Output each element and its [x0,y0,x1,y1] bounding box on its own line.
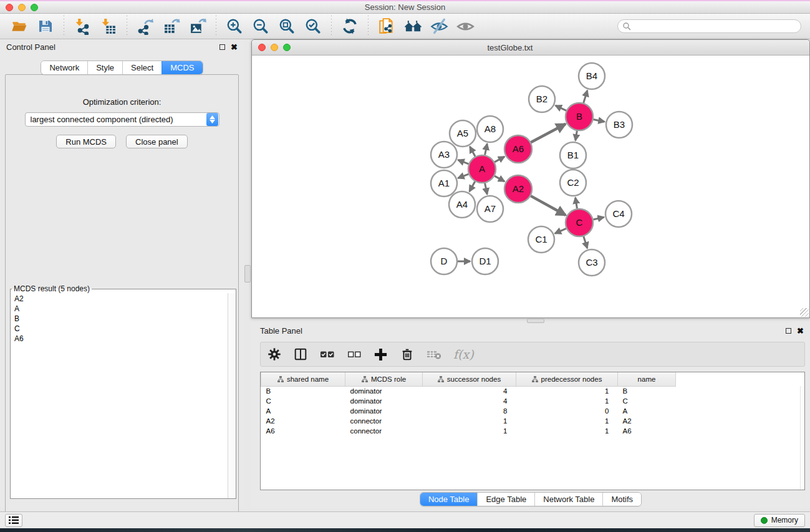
graph-node-B3[interactable]: B3 [606,112,632,138]
table-cell[interactable]: A2 [618,416,676,426]
table-cell[interactable]: 1 [516,426,618,436]
zoom-fit-button[interactable] [276,16,297,37]
graph-edge-A2-C[interactable] [531,196,566,215]
graph-edge-A-A7[interactable] [485,183,488,195]
memory-button[interactable]: Memory [754,514,805,527]
import-table-button[interactable] [98,16,119,37]
export-table-button[interactable] [161,16,182,37]
horizontal-splitter-handle[interactable] [527,319,544,323]
table-cell[interactable]: 1 [516,386,618,396]
table-cell[interactable]: A [261,406,345,416]
tab-style[interactable]: Style [87,61,122,74]
zoom-selected-button[interactable] [302,16,324,37]
graph-edge-A-A2[interactable] [494,176,504,181]
graph-edge-C-C2[interactable] [576,198,577,209]
graph-node-C1[interactable]: C1 [528,226,554,253]
graph-node-A6[interactable]: A6 [504,135,532,163]
add-column-button[interactable] [373,347,388,362]
graph-edge-C-C4[interactable] [593,217,604,220]
graph-edge-A-A8[interactable] [485,144,488,155]
table-cell[interactable]: 8 [423,406,516,416]
select-all-button[interactable] [319,346,335,362]
criterion-dropdown[interactable]: largest connected component (directed) [25,112,219,127]
table-cell[interactable]: 1 [423,426,516,436]
col-name[interactable]: name [618,372,676,386]
close-panel-icon[interactable]: ✖ [231,43,238,51]
table-cell[interactable]: B [261,386,345,396]
hide-selected-button[interactable] [428,16,450,37]
zoom-in-button[interactable] [224,16,245,37]
graph-edge-B-B1[interactable] [576,131,577,141]
split-columns-button[interactable] [293,347,308,362]
zoom-window-button[interactable] [31,4,38,11]
table-cell[interactable]: dominator [345,386,423,396]
show-all-button[interactable] [455,16,476,37]
vertical-splitter-handle[interactable] [244,265,251,283]
graph-edge-A-A6[interactable] [494,157,504,162]
graph-node-C3[interactable]: C3 [579,249,605,276]
import-network-button[interactable] [72,16,93,37]
close-window-button[interactable] [6,4,13,11]
task-history-button[interactable] [5,514,22,527]
clone-network-button[interactable] [376,16,397,37]
table-cell[interactable]: A6 [618,426,676,436]
col-shared-name[interactable]: shared name [261,372,345,386]
table-row[interactable]: A2connector11A2 [261,416,805,426]
table-cell[interactable]: C [618,396,676,406]
apply-layout-button[interactable] [339,16,360,37]
export-image-button[interactable] [187,16,208,37]
graph-edge-A6-B[interactable] [531,124,566,143]
graph-node-A1[interactable]: A1 [431,170,457,196]
graph-node-C4[interactable]: C4 [605,201,632,227]
delete-table-button[interactable] [426,346,442,362]
graph-node-A4[interactable]: A4 [449,191,475,218]
graph-edge-A-A3[interactable] [458,160,468,163]
graph-node-D[interactable]: D [431,248,457,274]
float-panel-icon[interactable] [786,328,791,334]
run-mcds-button[interactable]: Run MCDS [56,135,116,148]
table-cell[interactable]: A6 [261,426,345,436]
table-row[interactable]: Bdominator41B [261,386,805,396]
graph-edge-B-B2[interactable] [556,105,566,110]
home-views-button[interactable] [402,16,423,37]
table-cell[interactable]: dominator [345,406,423,416]
graph-node-B[interactable]: B [566,103,593,130]
table-cell[interactable]: 1 [516,396,618,406]
graph-node-A2[interactable]: A2 [504,175,532,203]
open-session-button[interactable] [9,16,30,37]
table-cell[interactable]: connector [345,426,423,436]
result-list-item[interactable]: A6 [14,334,232,344]
tab-node-table[interactable]: Node Table [420,493,478,506]
tab-edge-table[interactable]: Edge Table [477,493,534,506]
table-cell[interactable]: A2 [261,416,345,426]
graph-node-A[interactable]: A [468,155,496,183]
deselect-all-button[interactable] [347,347,362,362]
table-cell[interactable]: B [618,386,676,396]
graph-node-D1[interactable]: D1 [472,248,498,274]
table-scrollbar[interactable] [800,386,804,490]
graph-node-A7[interactable]: A7 [477,196,503,222]
result-list-item[interactable]: B [14,314,232,324]
tab-mcds[interactable]: MCDS [162,61,202,74]
table-cell[interactable]: A [618,406,676,416]
result-list-item[interactable]: A [14,304,232,314]
table-cell[interactable]: 1 [423,416,516,426]
close-panel-icon[interactable]: ✖ [797,327,804,335]
graph-edge-A-A4[interactable] [470,181,475,191]
tab-network[interactable]: Network [41,61,87,74]
table-row[interactable]: A6connector11A6 [261,426,805,436]
save-session-button[interactable] [35,16,56,37]
network-zoom-button[interactable] [283,44,291,51]
result-scrollbar[interactable] [228,293,236,498]
graph-node-B1[interactable]: B1 [560,142,586,168]
delete-column-button[interactable] [400,347,415,362]
network-canvas[interactable]: B4B2BB3A8A5A6B1A3AC2A1A2A4A7C4CC1C3DD1 [253,56,809,317]
graph-edge-C-C3[interactable] [584,236,587,248]
graph-node-A8[interactable]: A8 [477,116,503,142]
graph-edge-B-B4[interactable] [584,90,587,103]
result-list-item[interactable]: C [14,324,232,334]
graph-node-B4[interactable]: B4 [579,63,605,89]
export-network-button[interactable] [135,16,156,37]
table-cell[interactable]: connector [345,416,423,426]
graph-node-A5[interactable]: A5 [450,120,476,147]
